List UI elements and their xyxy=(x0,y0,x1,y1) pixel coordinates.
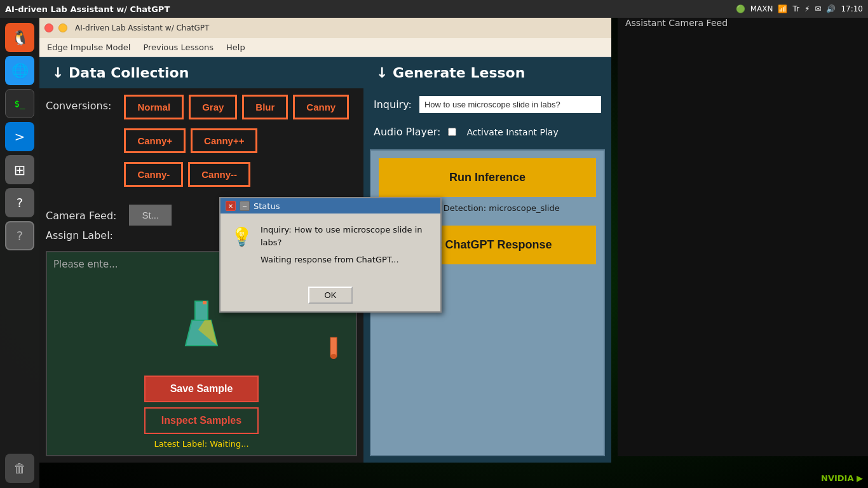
dialog-line1: Inquiry: How to use microscope slide in … xyxy=(261,224,430,248)
dialog-text: Inquiry: How to use microscope slide in … xyxy=(261,224,430,271)
dialog-titlebar: ✕ ─ Status xyxy=(220,198,440,214)
dialog-title: Status xyxy=(254,201,280,211)
dialog-title-left: ✕ ─ Status xyxy=(226,201,280,211)
dialog-overlay: ✕ ─ Status 💡 Inquiry: How to use microsc… xyxy=(0,0,868,488)
status-dialog: ✕ ─ Status 💡 Inquiry: How to use microsc… xyxy=(219,197,442,313)
dialog-footer: OK xyxy=(220,281,440,311)
dialog-line2: Waiting response from ChatGPT... xyxy=(261,254,430,266)
dialog-close-button[interactable]: ✕ xyxy=(226,201,236,211)
dialog-min-button[interactable]: ─ xyxy=(240,201,250,211)
dialog-ok-button[interactable]: OK xyxy=(308,287,353,304)
dialog-body: 💡 Inquiry: How to use microscope slide i… xyxy=(220,214,440,281)
dialog-lightbulb-icon: 💡 xyxy=(231,226,253,247)
